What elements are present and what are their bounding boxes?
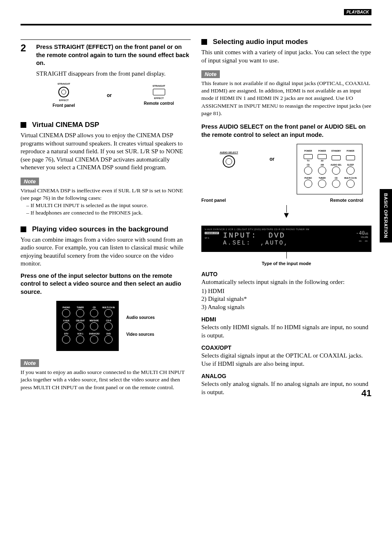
step-2-body: STRAIGHT disappears from the front panel… (36, 70, 191, 78)
note-digital-jacks: This feature is not available if no digi… (201, 80, 371, 117)
btn-dvd: DVD (106, 332, 111, 335)
mode-analog-heading: ANALOG (201, 373, 371, 379)
btn-tuner: TUNER (77, 306, 84, 309)
heading-selecting-audio-input: Selecting audio input modes (213, 38, 308, 46)
display-line2-left: A.SEL: (223, 240, 251, 246)
r-btn: CD (307, 164, 309, 166)
right-column: Selecting audio input modes This unit co… (201, 38, 371, 397)
page-number: 41 (362, 388, 371, 399)
mode-auto-heading: AUTO (201, 271, 371, 277)
r-btn: CD (334, 177, 337, 179)
remote-control-label: Remote control (330, 198, 363, 203)
heading-playing-video-sources: Playing video sources in the background (32, 225, 168, 233)
video-sources-label: Video sources (126, 332, 154, 337)
r-btn: SLEEP (347, 164, 354, 166)
mode-auto-3: 3) Analog signals (201, 303, 371, 312)
mode-coax-body: Selects digital signals input at the OPT… (201, 352, 371, 368)
front-panel-label: Front panel (201, 198, 226, 203)
note-item-2: – If headphones are connected to the PHO… (26, 209, 191, 217)
step-2-instruction: Press STRAIGHT (EFFECT) on the front pan… (36, 43, 191, 67)
header-section: PLAYBACK (344, 9, 371, 15)
display-line2-right: ,AUTO, (261, 240, 288, 246)
r-btn: TUNER (318, 177, 325, 179)
mode-coax-heading: COAX/OPT (201, 344, 371, 351)
audio-select-label: AUDIO SELECT (210, 151, 247, 154)
input-button-grid: PHONO TUNER CD MULTI CH IN V-AUX CBL/SAT… (59, 305, 116, 345)
btn-v-aux: V-AUX (63, 319, 69, 322)
note-virtual-cinema: Virtual CINEMA DSP is ineffective even i… (21, 187, 191, 202)
btn-cd: CD (93, 306, 96, 309)
btn-dtv: DTV (64, 332, 68, 335)
audio-sources-label: Audio sources (126, 315, 154, 320)
r-btn: POWER (304, 150, 312, 152)
label-effect: EFFECT (47, 99, 80, 102)
header-rule (21, 24, 371, 25)
straight-effect-diagram: STRAIGHT EFFECT Front panel or STRAIGHT … (36, 83, 191, 108)
note-label: Note (21, 178, 39, 185)
bullet-square-icon (21, 122, 26, 128)
audio-select-button-icon (223, 155, 235, 168)
audio-select-diagram: AUDIO SELECT or POWER POWER STANDBY POWE… (201, 144, 371, 266)
bullet-square-icon (21, 226, 26, 232)
btn-cd-r: CD-R (106, 319, 111, 322)
r-btn: AUDIO SEL (330, 164, 341, 166)
lcd-display: V-AUX DVR/VCR 2 VCR 1 CBL/SAT DTV [DVD] … (201, 226, 371, 252)
r-btn: MULTI CH IN (344, 177, 357, 179)
remote-control-label: Remote control (138, 101, 180, 106)
btn-dvr-vcr2: DVR/VCR2 (89, 332, 99, 335)
sp-indicator: SP A (205, 237, 219, 239)
btn-vcr1: VCR 1 (77, 332, 83, 335)
note-multi-ch-input: If you want to enjoy an audio source con… (21, 369, 191, 391)
remote-button-grid: POWER POWER STANDBY POWER TV AV (301, 148, 358, 189)
selecting-audio-body: This unit comes with a variety of input … (201, 48, 371, 65)
heading-virtual-cinema-dsp: Virtual CINEMA DSP (32, 121, 99, 129)
r-btn: STANDBY (331, 150, 341, 152)
note-label: Note (21, 359, 39, 367)
bullet-square-icon (201, 39, 207, 45)
or-label: or (270, 144, 274, 162)
btn-phono: PHONO (62, 306, 70, 309)
mode-hdmi-heading: HDMI (201, 316, 371, 323)
left-column: 2 Press STRAIGHT (EFFECT) on the front p… (21, 38, 191, 397)
display-line1-right: DVD (268, 231, 285, 240)
note-item-1: – If MULTI CH INPUT is selected as the i… (26, 202, 191, 209)
btn-md-tape: MD/TAPE (90, 319, 99, 322)
press-input-selector-instruction: Press one of the input selector buttons … (21, 272, 191, 296)
note-label: Note (201, 70, 220, 78)
step-number: 2 (21, 43, 30, 113)
straight-button-icon (58, 87, 69, 97)
mode-auto-1: 1) HDMI (201, 287, 371, 295)
display-db-unit: dB (365, 232, 368, 235)
playing-video-body: You can combine images from a video sour… (21, 236, 191, 268)
r-btn: AV (321, 159, 324, 162)
display-db: -40 (356, 231, 365, 236)
straight-button-rect-icon (153, 89, 165, 95)
r-btn: PHONO (304, 177, 312, 179)
r-btn: POWER (318, 150, 326, 152)
label-straight: STRAIGHT (47, 83, 80, 85)
or-label: or (107, 92, 112, 98)
display-caption: Type of the input mode (201, 261, 371, 266)
r-btn: POWER (347, 150, 355, 152)
label-straight-2: STRAIGHT (138, 85, 180, 87)
press-audio-select-instruction: Press AUDIO SELECT on the front panel or… (201, 123, 371, 139)
mode-analog-body: Selects only analog signals. If no analo… (201, 380, 371, 396)
arrow-down-icon: ▼ (201, 205, 371, 217)
cinema-dsp-badge: CINEMA DSP (205, 232, 219, 234)
front-panel-label: Front panel (47, 103, 80, 108)
side-tab: BASIC OPERATION (380, 189, 392, 242)
display-line1-left: INPUT: (223, 231, 257, 240)
mode-auto-body: Automatically selects input signals in t… (201, 278, 371, 286)
input-selector-diagram: PHONO TUNER CD MULTI CH IN V-AUX CBL/SAT… (21, 301, 191, 351)
btn-cbl-sat: CBL/SAT (76, 319, 85, 322)
btn-multi-ch-in: MULTI CH IN (102, 306, 115, 309)
label-effect-2: EFFECT (138, 97, 180, 99)
r-btn: XM (321, 164, 324, 166)
r-btn: TV (307, 159, 309, 162)
mode-auto-2: 2) Digital signals* (201, 295, 371, 303)
mode-hdmi-body: Selects only HDMI signals. If no HDMI si… (201, 323, 371, 339)
virtual-cinema-body: Virtual CINEMA DSP allows you to enjoy t… (21, 132, 191, 172)
